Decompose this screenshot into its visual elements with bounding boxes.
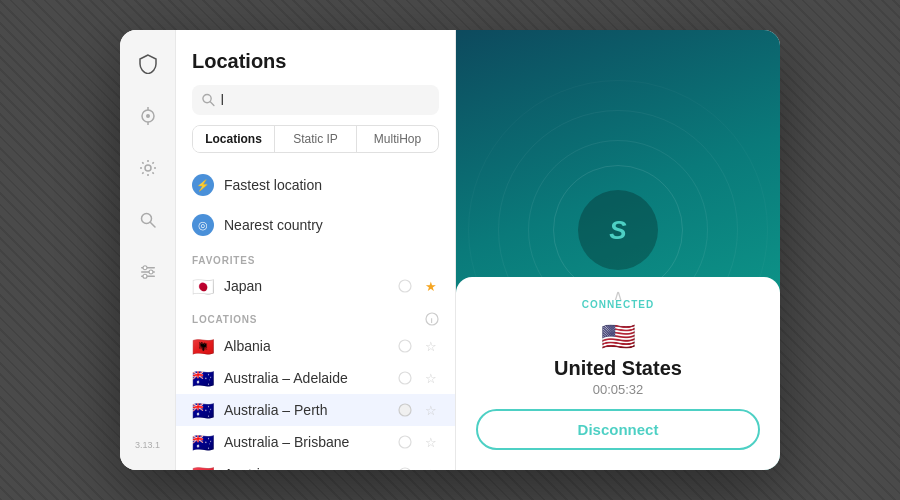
au-brisbane-label: Australia – Brisbane [224, 434, 387, 450]
au-perth-flag: 🇦🇺 [192, 402, 214, 418]
tab-locations[interactable]: Locations [193, 126, 275, 152]
japan-label: Japan [224, 278, 387, 294]
svg-point-11 [149, 270, 153, 274]
svg-point-4 [145, 165, 151, 171]
svg-text:i: i [430, 316, 433, 325]
au-brisbane-flag: 🇦🇺 [192, 434, 214, 450]
svg-point-20 [399, 404, 411, 416]
austria-label: Austria [224, 466, 387, 470]
locations-list: ⚡ Fastest location ◎ Nearest country FAV… [176, 165, 455, 470]
fastest-location-label: Fastest location [224, 177, 322, 193]
sidebar-icon-search[interactable] [134, 206, 162, 234]
sidebar-icon-settings[interactable] [134, 258, 162, 286]
search-bar[interactable] [192, 85, 439, 115]
disconnect-button[interactable]: Disconnect [476, 409, 760, 450]
sidebar-icon-gear[interactable] [134, 154, 162, 182]
star-icon[interactable]: ☆ [423, 402, 439, 418]
country-name: United States [554, 357, 682, 380]
au-adelaide-flag: 🇦🇺 [192, 370, 214, 386]
au-perth-label: Australia – Perth [224, 402, 387, 418]
list-item[interactable]: 🇦🇺 Australia – Perth ☆ [176, 394, 455, 426]
sidebar: 3.13.1 [120, 30, 176, 470]
tabs: Locations Static IP MultiHop [192, 125, 439, 153]
search-bar-icon [202, 93, 215, 107]
austria-flag: 🇦🇹 [192, 466, 214, 470]
locations-title: Locations [192, 50, 439, 73]
nearest-country-item[interactable]: ◎ Nearest country [176, 205, 455, 245]
locations-header: Locations Locations Static IP MultiHop [176, 30, 455, 165]
star-icon[interactable]: ☆ [423, 370, 439, 386]
list-item[interactable]: 🇯🇵 Japan ★ [176, 270, 455, 302]
app-window: 3.13.1 Locations Locations Static IP Mul… [120, 30, 780, 470]
star-icon[interactable]: ☆ [423, 466, 439, 470]
svg-point-1 [146, 114, 150, 118]
svg-point-21 [399, 436, 411, 448]
favorites-header: FAVORITES [176, 245, 455, 270]
svg-point-19 [399, 372, 411, 384]
signal-icon [397, 434, 413, 450]
signal-icon [397, 370, 413, 386]
card-chevron-icon[interactable]: ∧ [613, 287, 623, 303]
connection-panel: S ∧ CONNECTED 🇺🇸 United States 00:05:32 … [456, 30, 780, 470]
au-adelaide-label: Australia – Adelaide [224, 370, 387, 386]
tab-multihop[interactable]: MultiHop [357, 126, 438, 152]
list-item[interactable]: 🇦🇺 Australia – Adelaide ☆ [176, 362, 455, 394]
star-icon[interactable]: ☆ [423, 338, 439, 354]
country-flag: 🇺🇸 [601, 320, 636, 353]
signal-icon [397, 338, 413, 354]
bolt-icon: ⚡ [192, 174, 214, 196]
star-icon[interactable]: ☆ [423, 434, 439, 450]
list-item[interactable]: 🇦🇱 Albania ☆ [176, 330, 455, 362]
svg-point-10 [143, 266, 147, 270]
sidebar-icon-bug[interactable] [134, 102, 162, 130]
info-icon: i [425, 312, 439, 326]
star-icon[interactable]: ★ [423, 278, 439, 294]
tab-static-ip[interactable]: Static IP [275, 126, 357, 152]
japan-flag: 🇯🇵 [192, 278, 214, 294]
connected-card: ∧ CONNECTED 🇺🇸 United States 00:05:32 Di… [456, 277, 780, 470]
albania-flag: 🇦🇱 [192, 338, 214, 354]
locations-panel: Locations Locations Static IP MultiHop ⚡… [176, 30, 456, 470]
albania-label: Albania [224, 338, 387, 354]
nearest-icon: ◎ [192, 214, 214, 236]
svg-point-18 [399, 340, 411, 352]
svg-line-14 [210, 102, 214, 106]
svg-line-6 [150, 223, 155, 228]
app-version: 3.13.1 [135, 440, 160, 450]
signal-icon [397, 278, 413, 294]
search-input[interactable] [221, 92, 429, 108]
svg-point-15 [399, 280, 411, 292]
sidebar-icon-shield[interactable] [134, 50, 162, 78]
signal-icon [397, 466, 413, 470]
svg-point-22 [399, 468, 411, 470]
connection-time: 00:05:32 [593, 382, 644, 397]
signal-icon [397, 402, 413, 418]
locations-section-header: LOCATIONS i [176, 302, 455, 330]
fastest-location-item[interactable]: ⚡ Fastest location [176, 165, 455, 205]
list-item[interactable]: 🇦🇹 Austria ☆ [176, 458, 455, 470]
svg-point-12 [143, 274, 147, 278]
list-item[interactable]: 🇦🇺 Australia – Brisbane ☆ [176, 426, 455, 458]
nearest-country-label: Nearest country [224, 217, 323, 233]
